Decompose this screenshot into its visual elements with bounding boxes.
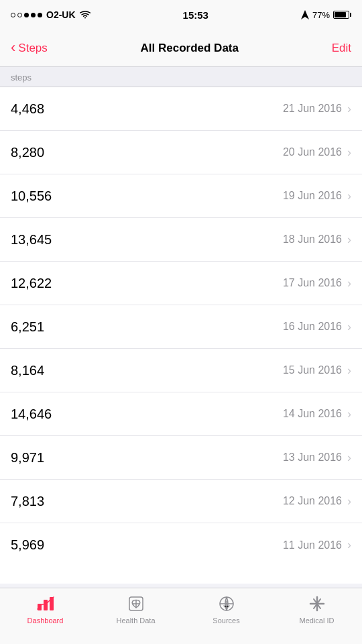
status-time: 15:53 [183, 9, 208, 21]
table-row[interactable]: 13,645 18 Jun 2016 › [0, 218, 362, 262]
chevron-right-icon: › [347, 146, 351, 160]
chevron-right-icon: › [347, 538, 351, 552]
tab-sources-label: Sources [213, 616, 239, 625]
step-count: 6,251 [11, 319, 44, 335]
item-right: 18 Jun 2016 › [283, 233, 351, 247]
battery-icon [333, 11, 351, 19]
item-right: 15 Jun 2016 › [283, 364, 351, 378]
record-date: 16 Jun 2016 [283, 321, 342, 333]
table-row[interactable]: 9,971 13 Jun 2016 › [0, 436, 362, 480]
tab-medical-id-label: Medical ID [300, 616, 335, 625]
section-header: steps [0, 67, 362, 87]
table-row[interactable]: 14,646 14 Jun 2016 › [0, 392, 362, 436]
record-date: 17 Jun 2016 [283, 277, 342, 289]
medical-id-icon [307, 594, 327, 614]
record-date: 12 Jun 2016 [283, 495, 342, 507]
location-icon [301, 10, 309, 19]
table-row[interactable]: 8,280 20 Jun 2016 › [0, 131, 362, 174]
sources-icon [217, 594, 237, 614]
chevron-right-icon: › [347, 407, 351, 421]
wifi-icon [80, 11, 90, 19]
dot-3 [24, 13, 29, 17]
table-row[interactable]: 8,164 15 Jun 2016 › [0, 349, 362, 392]
section-label: steps [11, 72, 32, 83]
back-arrow-icon: ‹ [11, 40, 15, 55]
dashboard-icon [36, 594, 56, 614]
chevron-right-icon: › [347, 276, 351, 290]
step-count: 9,971 [11, 450, 44, 466]
records-list: 4,468 21 Jun 2016 › 8,280 20 Jun 2016 › … [0, 87, 362, 584]
record-date: 21 Jun 2016 [283, 103, 342, 115]
back-button[interactable]: ‹ Steps [11, 42, 48, 55]
record-date: 18 Jun 2016 [283, 233, 342, 246]
table-row[interactable]: 12,622 17 Jun 2016 › [0, 262, 362, 305]
carrier-label: O2-UK [46, 9, 76, 20]
table-row[interactable]: 6,251 16 Jun 2016 › [0, 305, 362, 349]
record-date: 15 Jun 2016 [283, 364, 342, 376]
item-right: 19 Jun 2016 › [283, 189, 351, 203]
tab-dashboard-label: Dashboard [27, 616, 64, 625]
chevron-right-icon: › [347, 320, 351, 334]
chevron-right-icon: › [347, 451, 351, 465]
list-container: 4,468 21 Jun 2016 › 8,280 20 Jun 2016 › … [0, 87, 362, 567]
page-title: All Recorded Data [141, 42, 239, 55]
signal-dots [11, 13, 42, 17]
table-row[interactable]: 7,813 12 Jun 2016 › [0, 480, 362, 523]
step-count: 5,969 [11, 537, 44, 553]
tab-health-data-label: Health Data [116, 616, 155, 625]
dot-1 [11, 13, 15, 17]
chevron-right-icon: › [347, 233, 351, 247]
tab-bar: Dashboard Health Data Sources [0, 588, 362, 644]
chevron-right-icon: › [347, 364, 351, 378]
back-label: Steps [18, 42, 47, 55]
status-bar: O2-UK 15:53 77% [0, 0, 362, 30]
item-right: 20 Jun 2016 › [283, 146, 351, 160]
record-date: 19 Jun 2016 [283, 190, 342, 202]
record-date: 20 Jun 2016 [283, 146, 342, 158]
tab-sources[interactable]: Sources [193, 594, 260, 625]
chevron-right-icon: › [347, 494, 351, 508]
step-count: 8,164 [11, 363, 44, 378]
dot-4 [31, 13, 36, 17]
health-data-icon [126, 594, 146, 614]
step-count: 14,646 [11, 407, 52, 422]
item-right: 11 Jun 2016 › [283, 538, 351, 552]
tab-health-data[interactable]: Health Data [103, 594, 170, 625]
item-right: 14 Jun 2016 › [283, 407, 351, 421]
table-row[interactable]: 10,556 19 Jun 2016 › [0, 174, 362, 218]
step-count: 4,468 [11, 101, 44, 117]
step-count: 13,645 [11, 232, 52, 248]
item-right: 17 Jun 2016 › [283, 276, 351, 290]
chevron-right-icon: › [347, 189, 351, 203]
status-right: 77% [301, 10, 351, 20]
record-date: 14 Jun 2016 [283, 408, 342, 420]
edit-button[interactable]: Edit [332, 42, 351, 55]
battery-percent: 77% [312, 10, 330, 20]
record-date: 13 Jun 2016 [283, 451, 342, 464]
table-row[interactable]: 5,969 11 Jun 2016 › [0, 523, 362, 567]
step-count: 7,813 [11, 494, 44, 509]
step-count: 10,556 [11, 189, 52, 204]
dot-5 [38, 13, 42, 17]
item-right: 21 Jun 2016 › [283, 102, 351, 116]
table-row[interactable]: 4,468 21 Jun 2016 › [0, 87, 362, 131]
record-date: 11 Jun 2016 [283, 539, 342, 551]
tab-dashboard[interactable]: Dashboard [12, 594, 79, 625]
step-count: 12,622 [11, 276, 52, 291]
nav-bar: ‹ Steps All Recorded Data Edit [0, 30, 362, 67]
item-right: 12 Jun 2016 › [283, 494, 351, 508]
chevron-right-icon: › [347, 102, 351, 116]
tab-medical-id[interactable]: Medical ID [284, 594, 351, 625]
item-right: 13 Jun 2016 › [283, 451, 351, 465]
dot-2 [17, 13, 22, 17]
item-right: 16 Jun 2016 › [283, 320, 351, 334]
status-left: O2-UK [11, 9, 90, 20]
step-count: 8,280 [11, 145, 44, 160]
